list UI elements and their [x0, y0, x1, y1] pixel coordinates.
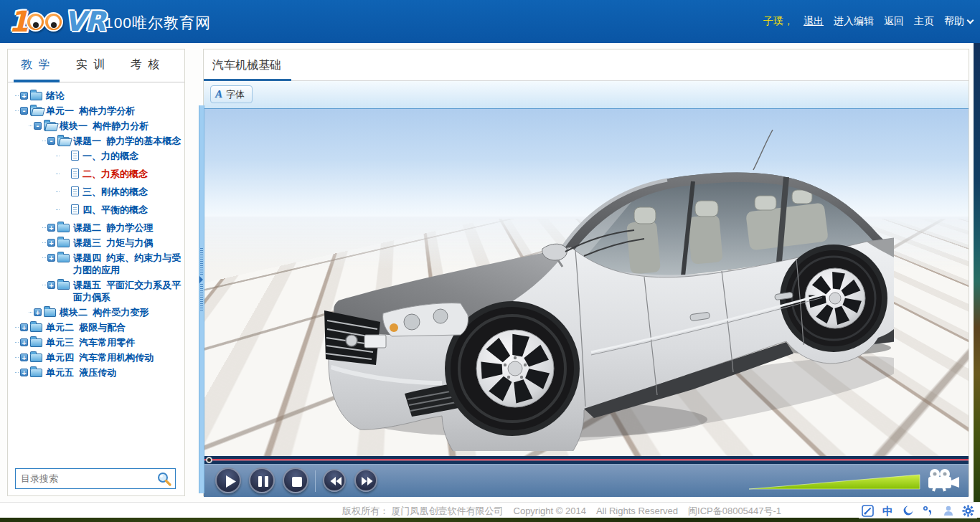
home-link[interactable]: 主页 [914, 15, 934, 28]
tab-assessment[interactable]: 考 核 [131, 57, 161, 72]
tree-item[interactable]: -单元一 构件力学分析 [15, 105, 182, 117]
seek-bar[interactable] [204, 456, 969, 464]
search-icon[interactable] [156, 471, 172, 487]
open-folder-icon [30, 107, 42, 115]
tree-item[interactable]: +单元三 汽车常用零件 [15, 336, 182, 348]
splitter-collapse-arrow-icon [199, 276, 203, 283]
tree-item-label[interactable]: 二、力系的概念 [83, 168, 148, 180]
expand-toggle-icon[interactable]: + [20, 338, 28, 346]
tab-training[interactable]: 实 训 [76, 57, 106, 72]
tree-item[interactable]: -模块一 构件静力分析 [15, 120, 182, 132]
expand-toggle-icon[interactable]: + [20, 92, 28, 100]
controls-divider [315, 470, 316, 492]
stop-button[interactable] [283, 468, 308, 493]
tree-item-label[interactable]: 课题一 静力学的基本概念 [73, 135, 181, 147]
translate-icon[interactable]: 中 [882, 505, 894, 517]
logo-text-100: 1 [9, 5, 27, 38]
tree-item[interactable]: +课题二 静力学公理 [15, 222, 182, 234]
expand-toggle-icon[interactable]: + [20, 369, 28, 376]
tree-item-label[interactable]: 绪论 [46, 90, 65, 102]
help-menu[interactable]: 帮助 [944, 15, 973, 28]
expand-toggle-icon[interactable]: + [20, 353, 28, 361]
tree-item-label[interactable]: 课题三 力矩与力偶 [73, 237, 153, 249]
tree-item[interactable]: -课题一 静力学的基本概念 [15, 135, 182, 147]
tree-item[interactable]: +单元四 汽车常用机构传动 [15, 351, 182, 364]
tree-item[interactable]: +绪论 [15, 90, 182, 102]
collapse-toggle-icon[interactable]: - [47, 137, 55, 145]
collapse-toggle-icon[interactable]: - [20, 107, 28, 115]
folder-icon [57, 281, 70, 290]
tree-item[interactable]: 四、平衡的概念 [15, 204, 182, 216]
enter-edit-link[interactable]: 进入编辑 [834, 15, 874, 28]
folder-icon [57, 224, 70, 232]
player-controls [204, 464, 969, 497]
pause-icon [250, 469, 276, 495]
footer: 版权所有： 厦门凤凰创壹软件有限公司Copyright © 2014All Ri… [0, 502, 980, 518]
user-icon[interactable] [942, 505, 954, 517]
tree-item[interactable]: 三、刚体的概念 [15, 186, 182, 198]
tree-item-label[interactable]: 模块二 构件受力变形 [60, 306, 149, 318]
expand-toggle-icon[interactable]: + [47, 281, 55, 289]
search-input[interactable] [16, 470, 156, 488]
document-icon [71, 169, 79, 179]
tree-item-label[interactable]: 单元三 汽车常用零件 [46, 336, 135, 348]
panel-splitter[interactable] [199, 105, 204, 493]
logo-eye-icon [26, 12, 45, 32]
tree-item-label[interactable]: 课题二 静力学公理 [73, 222, 153, 234]
tree-item-label[interactable]: 单元二 极限与配合 [46, 321, 126, 333]
folder-icon [57, 239, 70, 247]
car-3d-model[interactable] [320, 128, 894, 451]
play-button[interactable] [215, 468, 241, 493]
volume-wedge[interactable] [749, 473, 921, 490]
tree-item-label[interactable]: 单元四 汽车常用机构传动 [46, 351, 154, 364]
collapse-toggle-icon[interactable]: - [34, 122, 42, 130]
tree-item-label[interactable]: 单元一 构件力学分析 [46, 105, 135, 117]
tree-item-label[interactable]: 模块一 构件静力分析 [60, 120, 149, 132]
tree-item-label[interactable]: 三、刚体的概念 [83, 186, 148, 198]
tree-item[interactable]: +课题四 约束、约束力与受力图的应用 [15, 252, 182, 276]
tree-item[interactable]: +单元二 极限与配合 [15, 321, 182, 333]
site-title: 100唯尔教育网 [105, 13, 211, 33]
tree-item-label[interactable]: 课题五 平面汇交力系及平面力偶系 [73, 279, 182, 303]
folder-icon [30, 369, 42, 377]
rewind-icon [324, 470, 347, 493]
viewer-3d[interactable] [204, 108, 969, 456]
expand-toggle-icon[interactable]: + [47, 254, 55, 262]
settings-gear-icon[interactable] [962, 505, 974, 517]
play-icon [217, 469, 242, 495]
tree-item-label[interactable]: 一、力的概念 [83, 150, 138, 162]
camera-button[interactable] [927, 468, 960, 493]
pause-button[interactable] [249, 468, 275, 493]
stop-icon [284, 469, 310, 495]
tree-item-label[interactable]: 课题四 约束、约束力与受力图的应用 [73, 252, 182, 276]
logo-100vr[interactable]: 1 VR [9, 5, 105, 38]
night-mode-icon[interactable] [902, 505, 914, 517]
font-button[interactable]: A 字体 [210, 85, 253, 103]
splitter-grip [200, 283, 203, 310]
tree-item[interactable]: 一、力的概念 [15, 150, 182, 162]
seek-handle[interactable] [206, 457, 212, 463]
expand-toggle-icon[interactable]: + [47, 239, 55, 247]
folder-icon [44, 308, 56, 317]
tree-item[interactable]: +单元五 液压传动 [15, 366, 182, 379]
fast-forward-button[interactable] [354, 469, 377, 492]
rewind-button[interactable] [323, 469, 346, 492]
back-link[interactable]: 返回 [884, 15, 904, 28]
expand-toggle-icon[interactable]: + [47, 224, 55, 232]
viewer-toolbar: A 字体 [204, 81, 969, 108]
logout-link[interactable]: 退出 [804, 15, 824, 28]
active-tab-underline [14, 80, 60, 82]
tree-item[interactable]: +模块二 构件受力变形 [15, 306, 182, 318]
speed-dial-icon[interactable] [862, 505, 874, 517]
tab-teaching[interactable]: 教 学 [21, 57, 51, 72]
expand-toggle-icon[interactable]: + [20, 323, 28, 331]
tree-item-label[interactable]: 单元五 液压传动 [46, 366, 116, 379]
voice-icon[interactable] [922, 505, 934, 517]
expand-toggle-icon[interactable]: + [34, 308, 42, 316]
tab-course-title[interactable]: 汽车机械基础 [212, 58, 281, 73]
tree-item-label[interactable]: 四、平衡的概念 [83, 204, 148, 216]
tree-item[interactable]: 二、力系的概念 [15, 168, 182, 180]
font-a-icon: A [215, 88, 222, 100]
tree-item[interactable]: +课题三 力矩与力偶 [15, 237, 182, 249]
tree-item[interactable]: +课题五 平面汇交力系及平面力偶系 [15, 279, 182, 303]
